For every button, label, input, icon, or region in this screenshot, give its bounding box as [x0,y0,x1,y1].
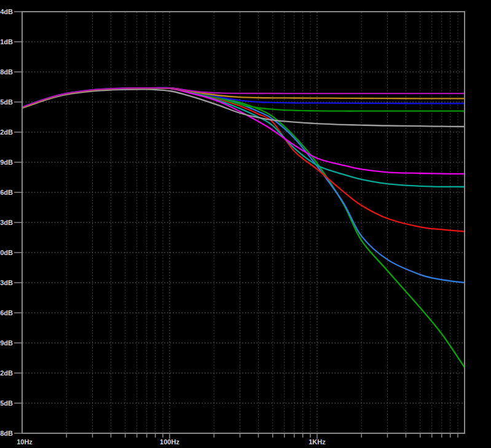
y-axis-tick-label: -9dB [0,339,13,347]
y-axis-tick-label: -3dB [0,279,13,286]
y-axis-tick-label: 24dB [0,8,13,15]
y-axis-tick-label: -12dB [0,369,13,377]
y-axis-tick-label: 3dB [0,219,13,226]
x-axis-tick-label: 10Hz [17,438,33,446]
y-axis-tick-label: 12dB [0,128,13,136]
y-axis-tick-label: -6dB [0,309,13,316]
x-axis-tick-label: 1KHz [308,438,326,446]
waveform-pane[interactable]: 24dB21dB18dB15dB12dB9dB6dB3dB0dB-3dB-6dB… [0,0,491,448]
y-axis-tick-label: -15dB [0,399,13,407]
y-axis-tick-label: 15dB [0,98,13,106]
y-axis-tick-label: 9dB [0,159,13,166]
y-axis-tick-label: -18dB [0,430,13,437]
x-axis-tick-label: 100Hz [160,438,179,446]
y-axis-tick-label: 21dB [0,38,13,45]
y-axis-tick-label: 18dB [0,68,13,76]
plot-background [0,0,491,448]
y-axis-tick-label: 6dB [0,189,13,196]
waveform-viewer: V(n002) 24dB21dB18dB15dB12dB9dB6dB3dB0dB… [0,0,491,448]
y-axis-tick-label: 0dB [0,249,13,256]
